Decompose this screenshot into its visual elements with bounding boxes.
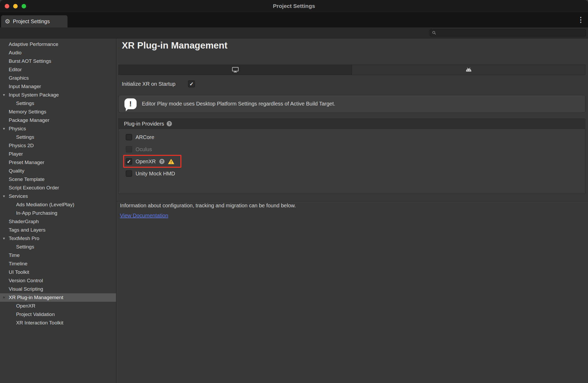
sidebar-item-editor[interactable]: Editor (0, 65, 116, 74)
window-title: Project Settings (273, 3, 315, 9)
plugin-providers-list: ARCore Oculus ✓ OpenXR ? (119, 129, 585, 180)
section-divider (117, 201, 588, 201)
sidebar-item-script-execution-order[interactable]: Script Execution Order (0, 184, 116, 192)
titlebar: Project Settings (0, 0, 588, 12)
kebab-menu-icon[interactable]: ⋮ (577, 16, 584, 24)
sidebar-item-input-system-settings[interactable]: Settings (0, 99, 116, 108)
sidebar-item-visual-scripting[interactable]: Visual Scripting (0, 285, 116, 293)
traffic-lights (5, 0, 26, 12)
sidebar-item-preset-manager[interactable]: Preset Manager (0, 158, 116, 167)
view-documentation-link[interactable]: View Documentation (120, 213, 168, 219)
minimize-button[interactable] (13, 4, 18, 8)
tab-android-platform[interactable] (352, 65, 585, 75)
android-icon (465, 68, 472, 72)
toolbar (0, 27, 588, 39)
notice-text: Editor Play mode uses Desktop Platform S… (142, 101, 335, 107)
tab-desktop-platform[interactable] (119, 65, 352, 75)
initialize-xr-checkbox[interactable]: ✓ (188, 80, 195, 87)
tab-strip: ⚙ Project Settings ⋮ (0, 12, 588, 27)
platform-tab-bar (118, 65, 585, 75)
initialize-xr-label: Initialize XR on Startup (122, 81, 175, 87)
sidebar-item-ads-mediation[interactable]: Ads Mediation (LevelPlay) (0, 200, 116, 209)
sidebar-item-textmesh-settings[interactable]: Settings (0, 243, 116, 251)
sidebar-item-memory-settings[interactable]: Memory Settings (0, 108, 116, 116)
warning-icon (168, 159, 174, 164)
xr-plugin-management-pane: XR Plug-in Management (117, 39, 588, 383)
plugin-providers-title: Plug-in Providers (124, 121, 164, 127)
sidebar-item-quality[interactable]: Quality (0, 167, 116, 175)
monitor-icon (232, 67, 239, 73)
editor-play-mode-notice: ! Editor Play mode uses Desktop Platform… (118, 95, 585, 113)
documentation-info-text: Information about configuration, trackin… (120, 203, 296, 209)
sidebar-item-adaptive-performance[interactable]: Adaptive Performance (0, 40, 116, 49)
arcore-checkbox[interactable] (126, 134, 132, 140)
sidebar-item-openxr[interactable]: OpenXR (0, 302, 116, 310)
content-area: Adaptive Performance Audio Burst AOT Set… (0, 39, 588, 383)
project-settings-window: Project Settings ⚙ Project Settings ⋮ Ad… (0, 0, 588, 383)
sidebar-item-player[interactable]: Player (0, 150, 116, 158)
provider-row-oculus: Oculus (119, 143, 585, 155)
sidebar-item-shadergraph[interactable]: ShaderGraph (0, 217, 116, 226)
sidebar-item-textmesh-pro[interactable]: ▼TextMesh Pro (0, 234, 116, 243)
gear-icon: ⚙ (5, 18, 10, 25)
sidebar-item-version-control[interactable]: Version Control (0, 276, 116, 285)
sidebar-item-input-manager[interactable]: Input Manager (0, 82, 116, 91)
foldout-icon[interactable]: ▼ (2, 296, 6, 299)
maximize-button[interactable] (22, 4, 26, 8)
search-field[interactable] (430, 29, 586, 36)
sidebar-item-scene-template[interactable]: Scene Template (0, 175, 116, 184)
sidebar-item-burst-aot-settings[interactable]: Burst AOT Settings (0, 57, 116, 65)
sidebar-item-physics-2d[interactable]: Physics 2D (0, 141, 116, 150)
sidebar-item-graphics[interactable]: Graphics (0, 74, 116, 82)
sidebar-item-tags-and-layers[interactable]: Tags and Layers (0, 226, 116, 234)
settings-sidebar: Adaptive Performance Audio Burst AOT Set… (0, 39, 116, 383)
sidebar-item-timeline[interactable]: Timeline (0, 260, 116, 268)
sidebar-item-input-system-package[interactable]: ▼Input System Package (0, 91, 116, 99)
sidebar-item-xr-interaction-toolkit[interactable]: XR Interaction Toolkit (0, 319, 116, 327)
oculus-checkbox (126, 146, 132, 152)
sidebar-item-physics[interactable]: ▼Physics (0, 125, 116, 133)
checkmark-icon: ✓ (189, 82, 194, 87)
checkmark-icon: ✓ (127, 159, 131, 164)
tab-label: Project Settings (13, 18, 50, 25)
provider-row-openxr[interactable]: ✓ OpenXR ? (119, 155, 585, 167)
foldout-icon[interactable]: ▼ (2, 195, 6, 198)
plugin-providers-box: Plug-in Providers ? ARCore Oculus ✓ Open… (118, 118, 585, 194)
alert-icon: ! (124, 98, 137, 109)
sidebar-item-in-app-purchasing[interactable]: In-App Purchasing (0, 209, 116, 217)
close-button[interactable] (5, 4, 9, 8)
unity-mock-hmd-checkbox[interactable] (126, 170, 132, 177)
sidebar-item-time[interactable]: Time (0, 251, 116, 260)
help-icon[interactable]: ? (159, 159, 165, 164)
initialize-xr-row: Initialize XR on Startup ✓ (122, 80, 195, 88)
sidebar-item-package-manager[interactable]: Package Manager (0, 116, 116, 125)
openxr-checkbox[interactable]: ✓ (126, 158, 132, 165)
sidebar-item-project-validation[interactable]: Project Validation (0, 310, 116, 319)
sidebar-item-physics-settings[interactable]: Settings (0, 133, 116, 141)
foldout-icon[interactable]: ▼ (2, 93, 6, 97)
tab-project-settings[interactable]: ⚙ Project Settings (1, 15, 68, 27)
help-icon[interactable]: ? (167, 121, 172, 126)
page-title: XR Plug-in Management (122, 40, 228, 51)
provider-row-arcore[interactable]: ARCore (119, 131, 585, 143)
foldout-icon[interactable]: ▼ (2, 127, 6, 130)
provider-row-unity-mock-hmd[interactable]: Unity Mock HMD (119, 167, 585, 180)
search-icon (432, 31, 436, 35)
sidebar-item-audio[interactable]: Audio (0, 49, 116, 57)
sidebar-item-services[interactable]: ▼Services (0, 192, 116, 200)
plugin-providers-header: Plug-in Providers ? (119, 119, 585, 129)
search-input[interactable] (438, 31, 584, 35)
foldout-icon[interactable]: ▼ (2, 237, 6, 240)
sidebar-item-xr-plugin-management[interactable]: ▼XR Plug-in Management (0, 293, 116, 302)
sidebar-item-ui-toolkit[interactable]: UI Toolkit (0, 268, 116, 276)
